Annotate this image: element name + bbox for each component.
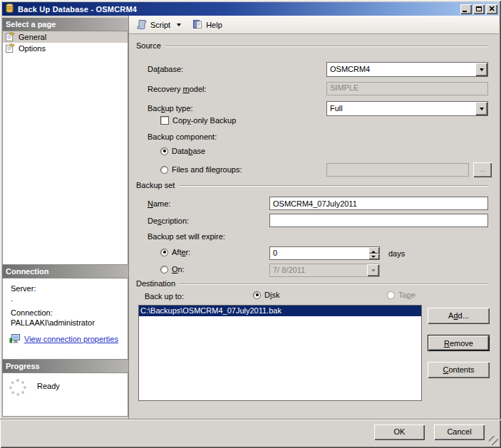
- after-days-spinner[interactable]: 0: [269, 246, 380, 260]
- dropdown-button[interactable]: [475, 63, 487, 76]
- group-rule: [179, 185, 488, 187]
- group-rule: [180, 283, 488, 285]
- database-value: OSMCRM4: [327, 63, 475, 76]
- connection-value: PALLAAKI\administrator: [11, 318, 95, 327]
- copy-only-backup-option[interactable]: Copy-only Backup: [160, 116, 236, 125]
- add-button[interactable]: Add...: [428, 308, 490, 324]
- files-filegroups-option[interactable]: Files and filegroups:: [160, 165, 242, 174]
- connection-label: Connection:: [11, 308, 53, 317]
- close-button[interactable]: ✕: [486, 4, 497, 14]
- progress-panel: Ready: [2, 373, 128, 417]
- database-radio[interactable]: [160, 147, 168, 155]
- tape-label: Tape: [398, 291, 415, 299]
- chevron-down-icon: [480, 108, 484, 113]
- sidebar-item-label: General: [19, 33, 46, 41]
- spin-down-button[interactable]: [368, 254, 379, 260]
- page-icon: [5, 43, 16, 55]
- database-radio-label: Database: [172, 147, 205, 155]
- remove-button[interactable]: Remove: [428, 335, 490, 351]
- disk-option[interactable]: Disk: [253, 291, 279, 299]
- spin-up-button[interactable]: [368, 247, 379, 254]
- name-label: Name:: [148, 199, 170, 209]
- group-rule: [165, 46, 488, 47]
- script-label: Script: [150, 21, 170, 29]
- general-page-content: Source Database: OSMCRM4 Recovery model:…: [129, 34, 499, 419]
- sidebar-item-general[interactable]: General: [3, 31, 128, 43]
- disk-radio[interactable]: [253, 291, 261, 299]
- sidebar-item-label: Options: [19, 44, 46, 53]
- backup-type-combobox[interactable]: Full: [326, 101, 488, 116]
- chevron-down-icon: [371, 269, 376, 274]
- database-label: Database:: [148, 64, 183, 74]
- resize-grip[interactable]: [489, 436, 498, 445]
- help-icon: [192, 19, 203, 31]
- server-value: .: [11, 294, 13, 303]
- after-days-value[interactable]: 0: [270, 247, 368, 259]
- expire-label: Backup set will expire:: [148, 231, 225, 241]
- name-input[interactable]: [269, 197, 488, 210]
- database-icon: [4, 3, 15, 15]
- expire-after-option[interactable]: After:: [160, 248, 190, 256]
- description-label: Description:: [148, 216, 189, 226]
- maximize-button[interactable]: [473, 4, 485, 14]
- view-connection-properties-link[interactable]: View connection properties: [24, 335, 118, 343]
- backup-type-label: Backup type:: [148, 103, 193, 113]
- ok-button[interactable]: OK: [374, 424, 425, 440]
- dropdown-button[interactable]: [475, 102, 487, 115]
- files-filegroups-label: Files and filegroups:: [172, 165, 242, 174]
- minimize-icon: [463, 11, 467, 12]
- page-icon: [5, 31, 16, 43]
- database-combobox[interactable]: OSMCRM4: [326, 62, 488, 77]
- days-unit-label: days: [388, 249, 405, 259]
- progress-header: Progress: [2, 360, 128, 373]
- backup-set-group-title: Backup set: [136, 181, 175, 189]
- progress-status: Ready: [37, 382, 60, 390]
- tape-option: Tape: [387, 291, 415, 299]
- destination-list-item[interactable]: C:\Backups\OSMCRM4_07July2011.bak: [139, 306, 421, 316]
- computer-icon: [9, 333, 21, 345]
- files-filegroups-radio[interactable]: [160, 166, 168, 174]
- source-group-title: Source: [136, 41, 161, 50]
- connection-header: Connection: [2, 265, 128, 278]
- contents-button[interactable]: Contents: [428, 362, 490, 378]
- script-button[interactable]: Script: [134, 17, 172, 33]
- expire-date-value: 7/ 8/2011: [270, 264, 367, 276]
- on-radio[interactable]: [160, 266, 168, 274]
- progress-spinner-icon: [9, 379, 26, 396]
- help-button[interactable]: Help: [190, 17, 224, 33]
- on-label: On:: [172, 265, 185, 274]
- browse-button: ...: [473, 162, 492, 177]
- database-component-option[interactable]: Database: [160, 147, 205, 155]
- help-label: Help: [206, 21, 222, 29]
- chevron-up-icon: [371, 249, 376, 253]
- select-a-page-header: Select a page: [2, 18, 128, 31]
- chevron-down-icon: [371, 256, 376, 260]
- backup-component-label: Backup component:: [148, 132, 217, 142]
- connection-panel: Server: . Connection: PALLAAKI\administr…: [2, 278, 128, 360]
- back-up-to-label: Back up to:: [145, 291, 184, 301]
- sidebar-item-options[interactable]: Options: [3, 43, 128, 54]
- files-filegroups-field: [326, 163, 469, 177]
- script-icon: [136, 19, 148, 31]
- description-input[interactable]: [269, 214, 488, 227]
- expire-on-option[interactable]: On:: [160, 265, 185, 274]
- chevron-down-icon: [480, 68, 484, 73]
- after-radio[interactable]: [160, 249, 168, 256]
- copy-only-checkbox[interactable]: [160, 116, 169, 125]
- close-icon: ✕: [488, 5, 495, 12]
- window-title: Back Up Database - OSMCRM4: [18, 5, 460, 14]
- maximize-icon: [476, 6, 482, 11]
- destination-group-title: Destination: [136, 279, 175, 288]
- footer-divider: [0, 419, 501, 420]
- recovery-model-label: Recovery model:: [148, 84, 207, 94]
- server-label: Server:: [11, 284, 36, 293]
- script-dropdown-icon[interactable]: [177, 24, 181, 28]
- minimize-button[interactable]: [460, 4, 472, 14]
- after-label: After:: [172, 248, 190, 256]
- toolbar: Script Help: [129, 16, 499, 34]
- page-list: General Options: [2, 31, 128, 265]
- destination-list[interactable]: C:\Backups\OSMCRM4_07July2011.bak: [138, 305, 422, 401]
- cancel-button[interactable]: Cancel: [434, 424, 485, 440]
- dropdown-button: [367, 264, 379, 276]
- titlebar[interactable]: Back Up Database - OSMCRM4 ✕: [2, 2, 499, 16]
